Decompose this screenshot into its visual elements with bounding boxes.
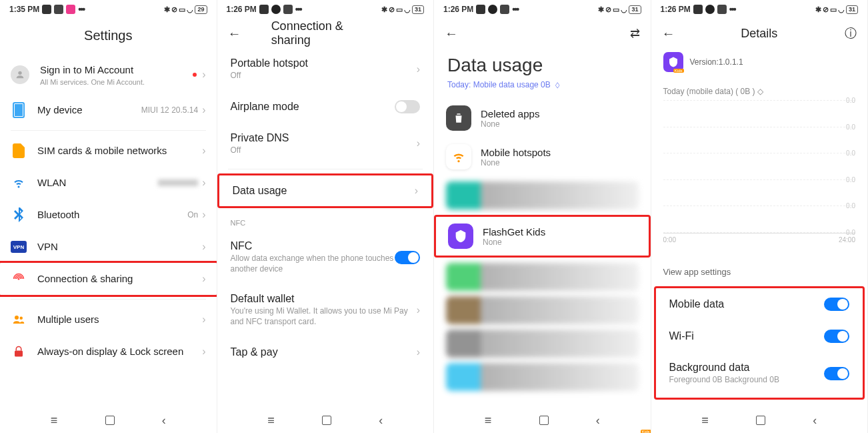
status-app-icon: [66, 5, 75, 14]
view-app-settings-link[interactable]: View app settings: [651, 260, 868, 286]
tap-title: Tap & pay: [231, 346, 417, 358]
users-icon: [11, 312, 27, 328]
vibrate-icon: ▭: [613, 5, 619, 14]
nav-bar: ≡ ‹: [651, 408, 868, 433]
airplane-toggle[interactable]: [395, 100, 420, 113]
blurred-app-row: [446, 263, 639, 291]
nfc-row[interactable]: NFC Allow data exchange when the phone t…: [217, 231, 434, 284]
y-tick: 0.0: [846, 202, 855, 209]
x-tick: 24:00: [839, 236, 855, 244]
chevron-right-icon: ›: [417, 346, 420, 358]
signin-title: Sign in to Mi Account: [40, 63, 193, 77]
wifi-title: Wi-Fi: [669, 330, 825, 342]
wallet-row[interactable]: Default wallet You're using Mi Wallet. I…: [217, 284, 434, 336]
bluetooth-icon: ✱: [815, 5, 821, 14]
dnd-icon: ⊘: [171, 5, 177, 14]
hotspots-row[interactable]: Mobile hotspots None: [434, 137, 651, 176]
flashget-row[interactable]: Kids FlashGet Kids None: [436, 217, 649, 256]
bluetooth-icon: ✱: [164, 5, 170, 14]
wifi-toggle[interactable]: [824, 330, 849, 343]
usage-chart: 0.0 0.0 0.0 0.0 0.0 0.0 0:00 24:00: [651, 100, 868, 260]
nav-menu-button[interactable]: ≡: [267, 414, 275, 428]
nav-menu-button[interactable]: ≡: [701, 414, 709, 428]
divider: [11, 130, 206, 131]
dns-row[interactable]: Private DNS Off ›: [217, 123, 434, 165]
wlan-row[interactable]: WLAN ›: [0, 167, 217, 199]
screen-settings: 1:35 PM ••• ✱ ⊘ ▭ ◡ 29 Settings Sign in …: [0, 0, 217, 433]
mobile-data-toggle[interactable]: [824, 298, 849, 311]
alert-dot-icon: [193, 73, 197, 77]
top-bar: ← Connection & sharing: [217, 19, 434, 48]
nav-home-button[interactable]: [756, 416, 765, 425]
datausage-row[interactable]: Data usage ›: [219, 175, 432, 206]
vpn-row[interactable]: VPN VPN ›: [0, 231, 217, 263]
airplane-row[interactable]: Airplane mode: [217, 91, 434, 123]
top-bar: ← Details ⓘ: [651, 19, 868, 48]
vibrate-icon: ▭: [830, 5, 837, 14]
aod-title: Always-on display & Lock screen: [37, 345, 202, 358]
chart-filter-dropdown[interactable]: Today (mobile data) ( 0B ) ◇: [651, 76, 868, 100]
blurred-app-row: [446, 363, 639, 391]
nav-back-button[interactable]: ‹: [596, 414, 600, 428]
nav-back-button[interactable]: ‹: [379, 414, 383, 428]
signin-sub: All Mi services. One Mi Account.: [40, 78, 193, 86]
bgdata-toggle[interactable]: [824, 367, 849, 380]
filter-dropdown[interactable]: Today: Mobile data usage 0B◇: [434, 80, 651, 99]
swap-icon[interactable]: ⇄: [630, 26, 640, 41]
svg-rect-4: [15, 350, 23, 356]
nav-menu-button[interactable]: ≡: [485, 414, 492, 428]
dnd-icon: ⊘: [823, 5, 829, 14]
nav-bar: ≡ ‹: [217, 408, 434, 433]
wallet-title: Default wallet: [231, 293, 417, 305]
flashget-app-icon: Kids: [663, 52, 683, 72]
nav-home-button[interactable]: [322, 416, 331, 425]
status-app-icon: [717, 5, 727, 14]
bluetooth-value: On: [187, 210, 198, 220]
back-button[interactable]: ←: [662, 26, 675, 41]
tap-row[interactable]: Tap & pay ›: [217, 337, 434, 368]
nfc-toggle[interactable]: [395, 251, 420, 264]
mobile-data-row[interactable]: Mobile data: [656, 288, 863, 320]
back-button[interactable]: ←: [228, 26, 241, 41]
flashget-sub: None: [483, 238, 637, 247]
wifi-row[interactable]: Wi-Fi: [656, 320, 863, 352]
bluetooth-title: Bluetooth: [37, 208, 187, 222]
multiusers-row[interactable]: Multiple users ›: [0, 304, 217, 336]
screen-connection-sharing: 1:26 PM ••• ✱ ⊘ ▭ ◡ 31 ← Connection & sh…: [217, 0, 435, 433]
device-icon: [11, 102, 27, 118]
chevron-right-icon: ›: [417, 304, 420, 316]
deleted-apps-row[interactable]: Deleted apps None: [434, 99, 651, 137]
nav-menu-button[interactable]: ≡: [51, 414, 58, 428]
bluetooth-row[interactable]: Bluetooth On ›: [0, 199, 217, 231]
svg-point-3: [20, 316, 23, 320]
signin-row[interactable]: Sign in to Mi Account All Mi services. O…: [0, 55, 217, 94]
hotspot-icon: [446, 144, 471, 169]
mydevice-row[interactable]: My device MIUI 12 20.5.14 ›: [0, 94, 217, 126]
nav-home-button[interactable]: [539, 416, 549, 425]
info-icon[interactable]: ⓘ: [845, 25, 857, 41]
page-title: Connection & sharing: [271, 19, 379, 47]
chevron-right-icon: ›: [202, 346, 205, 358]
deleted-title: Deleted apps: [481, 108, 639, 119]
wifi-icon: ◡: [621, 5, 627, 14]
bgdata-row[interactable]: Background data Foreground 0B Background…: [656, 352, 863, 395]
toggles-highlight: Mobile data Wi-Fi Background data Foregr…: [654, 286, 865, 400]
sim-title: SIM cards & mobile networks: [37, 144, 202, 157]
multi-title: Multiple users: [37, 313, 202, 326]
hotspot-row[interactable]: Portable hotspot Off ›: [217, 48, 434, 91]
chevron-updown-icon: ◇: [757, 87, 763, 96]
lock-icon: [11, 344, 27, 360]
nav-back-button[interactable]: ‹: [162, 414, 166, 428]
connection-sharing-row[interactable]: Connection & sharing ›: [0, 261, 217, 297]
kids-badge: Kids: [673, 69, 684, 73]
nav-back-button[interactable]: ‹: [813, 414, 817, 428]
flashget-highlight: Kids FlashGet Kids None: [434, 215, 651, 258]
bluetooth-icon: ✱: [381, 5, 387, 14]
back-button[interactable]: ←: [445, 26, 458, 41]
divider: [228, 169, 423, 169]
y-tick: 0.0: [846, 97, 855, 104]
sim-row[interactable]: SIM cards & mobile networks ›: [0, 135, 217, 167]
aod-row[interactable]: Always-on display & Lock screen ›: [0, 336, 217, 368]
y-tick: 0.0: [846, 229, 855, 236]
nav-home-button[interactable]: [105, 416, 115, 425]
